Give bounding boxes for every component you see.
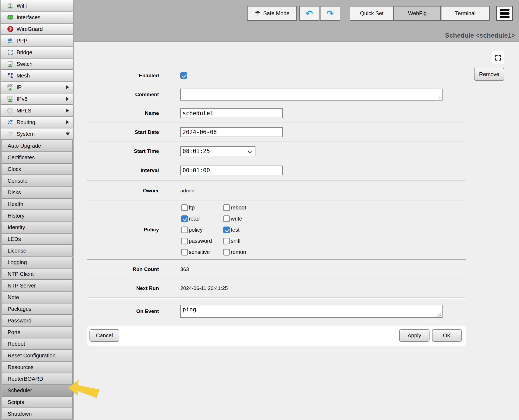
sidebar-item[interactable]: MPLS [0, 105, 73, 116]
start-time-select-wrap: 08:01:25 [180, 146, 255, 156]
ok-button[interactable]: OK [432, 329, 462, 342]
policy-checkbox[interactable] [223, 249, 230, 256]
sidebar-item[interactable]: PPP [0, 35, 73, 46]
policy-option[interactable]: policy [181, 227, 223, 233]
sidebar-subitem[interactable]: Ports [2, 327, 73, 338]
sidebar-item[interactable]: WireGuard [0, 23, 73, 35]
policy-option[interactable]: romon [223, 249, 246, 256]
sidebar-item-label: WiFi [17, 3, 27, 9]
sidebar-subitem[interactable]: Reset Configuration [2, 350, 73, 361]
sidebar-subitem[interactable]: Logging [2, 257, 73, 268]
svg-text:6: 6 [11, 96, 12, 99]
enabled-checkbox[interactable] [180, 72, 187, 79]
redo-button[interactable]: ↷ [320, 6, 340, 21]
webfig-tab[interactable]: WebFig [394, 6, 441, 21]
sidebar-subitem[interactable]: History [2, 210, 73, 221]
policy-checkbox[interactable] [181, 215, 188, 222]
policy-checkbox[interactable] [223, 204, 230, 211]
name-row: Name [87, 104, 466, 122]
sidebar-item[interactable]: Interfaces [0, 12, 73, 23]
fullscreen-icon[interactable] [492, 51, 504, 64]
sidebar-item[interactable]: WiFi [0, 0, 73, 11]
sidebar: WiFi Interfaces WireGuard PPP [0, 0, 74, 420]
policy-option-label: sensitive [189, 249, 210, 255]
run-count-row: Run Count 363 [87, 260, 466, 279]
policy-checkbox[interactable] [181, 238, 188, 244]
sidebar-subitem[interactable]: RouterBOARD [2, 373, 73, 385]
sidebar-subitem[interactable]: Disks [2, 187, 73, 198]
policy-checkbox[interactable] [181, 204, 188, 211]
sidebar-subitem[interactable]: Packages [2, 303, 73, 315]
sidebar-subitem[interactable]: Scripts [2, 396, 73, 408]
interval-input[interactable] [180, 166, 283, 175]
sidebar-subitem[interactable]: Shutdown [2, 408, 73, 419]
sidebar-subitem-label: NTP Server [8, 283, 36, 289]
sidebar-item-label: MPLS [17, 108, 31, 114]
start-date-input[interactable] [180, 127, 283, 137]
sidebar-top-menu: WiFi Interfaces WireGuard PPP [0, 0, 74, 140]
sidebar-subitem[interactable]: Scheduler [2, 385, 73, 396]
policy-label: Policy [87, 227, 159, 233]
sidebar-subitem-label: Auto Upgrade [8, 143, 41, 149]
sidebar-subitem[interactable]: License [2, 245, 73, 256]
policy-option[interactable]: write [223, 215, 246, 222]
sidebar-subitem[interactable]: Note [2, 292, 73, 303]
routing-icon [7, 118, 14, 126]
sidebar-item[interactable]: Switch [0, 58, 73, 70]
apply-button[interactable]: Apply [399, 329, 430, 342]
policy-checkbox[interactable] [181, 249, 188, 256]
cancel-button[interactable]: Cancel [89, 329, 119, 342]
policy-option-label: ftp [189, 205, 195, 211]
hamburger-menu-button[interactable] [496, 6, 513, 21]
name-input[interactable] [180, 108, 283, 118]
policy-option[interactable]: test [223, 227, 246, 233]
sidebar-item[interactable]: Bridge [0, 47, 73, 58]
sidebar-subitem[interactable]: NTP Server [2, 280, 73, 291]
policy-option[interactable]: sensitive [181, 249, 223, 256]
sidebar-subitem[interactable]: Certificates [2, 152, 73, 163]
quick-set-tab[interactable]: Quick Set [350, 6, 394, 21]
sidebar-subitem[interactable]: LEDs [2, 233, 73, 245]
policy-option-label: read [189, 216, 200, 222]
policy-option[interactable]: password [181, 238, 223, 244]
policy-option[interactable]: sniff [223, 238, 246, 244]
sidebar-item-label: Bridge [17, 49, 32, 56]
policy-option[interactable]: ftp [181, 204, 223, 211]
page-title: Schedule <schedule1> [445, 32, 515, 39]
start-time-row: Start Time 08:01:25 [87, 141, 466, 161]
sidebar-subitem[interactable]: Clock [2, 163, 73, 175]
remove-button[interactable]: Remove [474, 68, 504, 81]
next-run-row: Next Run 2024-06-11 20:41:25 [87, 279, 466, 298]
mpls-icon [7, 107, 14, 114]
fullscreen-brackets [495, 55, 501, 61]
sidebar-subitem[interactable]: Health [2, 198, 73, 210]
safe-mode-button[interactable]: ☂ Safe Mode [247, 6, 297, 21]
sidebar-subitem-label: Shutdown [8, 411, 32, 417]
policy-option[interactable]: reboot [223, 204, 246, 211]
policy-option[interactable]: read [181, 215, 223, 222]
policy-checkbox[interactable] [223, 238, 230, 244]
sidebar-item[interactable]: System [0, 128, 73, 140]
sidebar-subitem[interactable]: NTP Client [2, 268, 73, 280]
wifi-icon [7, 2, 14, 9]
next-run-label: Next Run [87, 285, 159, 291]
sidebar-subitem[interactable]: Identity [2, 222, 73, 233]
undo-button[interactable]: ↶ [299, 6, 319, 21]
terminal-tab[interactable]: Terminal [441, 6, 490, 21]
sidebar-subitem[interactable]: Console [2, 175, 73, 186]
sidebar-subitem[interactable]: Password [2, 315, 73, 326]
policy-checkbox[interactable] [223, 227, 230, 233]
policy-checkbox[interactable] [223, 215, 230, 222]
sidebar-item[interactable]: Mesh [0, 70, 73, 81]
policy-checkbox[interactable] [181, 227, 188, 233]
sidebar-item[interactable]: Routing [0, 117, 73, 128]
on-event-input[interactable]: ping [180, 305, 443, 318]
sidebar-subitem[interactable]: Reboot [2, 338, 73, 350]
comment-input[interactable] [180, 89, 443, 101]
start-time-select[interactable]: 08:01:25 [180, 146, 255, 156]
sidebar-item[interactable]: 6 IPv6 [0, 93, 73, 105]
sidebar-item[interactable]: 255 IP [0, 82, 73, 93]
mesh-icon [7, 72, 14, 79]
sidebar-subitem[interactable]: Auto Upgrade [2, 140, 73, 151]
sidebar-subitem[interactable]: Resources [2, 361, 73, 373]
